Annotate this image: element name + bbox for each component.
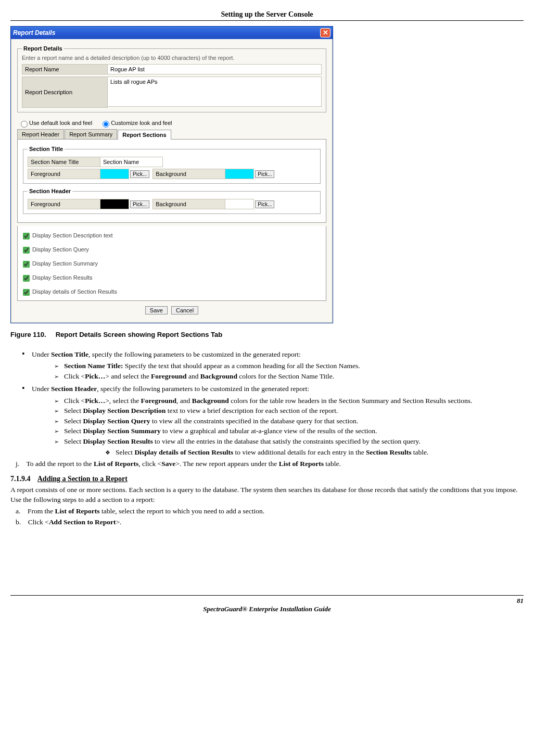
page-footer: 81 SpectraGuard® Enterprise Installation… xyxy=(10,595,524,613)
arrow-display-results: Select Display Section Results to view a… xyxy=(66,436,524,458)
sh-background-swatch xyxy=(225,199,254,209)
chk-section-summary[interactable]: Display Section Summary xyxy=(20,257,324,271)
bullet-section-title: Under Section Title, specify the followi… xyxy=(31,348,524,381)
sh-bg-pick-button[interactable]: Pick... xyxy=(255,200,274,208)
section-name-title-label: Section Name Title xyxy=(28,157,100,167)
figure-caption: Figure 110. Report Details Screen showin… xyxy=(10,331,524,338)
radio-custom[interactable]: Customize look and feel xyxy=(100,120,172,126)
sh-foreground-swatch xyxy=(100,199,129,209)
step-b: b. Click <Add Section to Report>. xyxy=(22,517,524,527)
sh-foreground-label: Foreground xyxy=(28,199,100,209)
cancel-button[interactable]: Cancel xyxy=(171,306,198,314)
st-background-label: Background xyxy=(152,169,225,179)
tab-content: Section Title Section Name Title Section… xyxy=(17,140,326,223)
sh-fg-pick-button[interactable]: Pick... xyxy=(130,200,149,208)
step-j: j. To add the report to the List of Repo… xyxy=(22,459,524,469)
arrow-display-query: Select Display Section Query to view all… xyxy=(66,416,524,426)
st-foreground-swatch xyxy=(100,169,129,179)
st-fg-pick-button[interactable]: Pick... xyxy=(130,170,149,178)
page-header: Setting up the Server Console xyxy=(10,10,524,21)
report-desc-label: Report Description xyxy=(22,77,108,108)
body-text: Under Section Title, specify the followi… xyxy=(10,348,524,527)
tab-report-summary[interactable]: Report Summary xyxy=(65,129,117,139)
chk-section-query[interactable]: Display Section Query xyxy=(20,243,324,257)
page-number: 81 xyxy=(10,597,524,605)
radio-default[interactable]: Use default look and feel xyxy=(18,120,92,126)
st-bg-pick-button[interactable]: Pick... xyxy=(255,170,274,178)
step-a: a. From the List of Reports table, selec… xyxy=(22,506,524,516)
hint-text: Enter a report name and a detailed descr… xyxy=(22,55,322,61)
report-desc-input[interactable]: Lists all rogue APs xyxy=(108,77,322,107)
report-name-label: Report Name xyxy=(22,64,108,74)
chk-desc-text[interactable]: Display Section Description text xyxy=(20,229,324,243)
sh-background-label: Background xyxy=(152,199,225,209)
close-icon[interactable]: ✕ xyxy=(320,28,330,37)
section-intro: A report consists of one or more section… xyxy=(10,485,524,505)
bullet-section-header: Under Section Header, specify the follow… xyxy=(31,382,524,458)
tab-report-header[interactable]: Report Header xyxy=(17,129,64,139)
group-legend: Report Details xyxy=(22,45,64,52)
arrow-pick-title-colors: Click <Pick…> and select the Foreground … xyxy=(66,371,524,382)
arrow-display-desc: Select Display Section Description text … xyxy=(66,406,524,416)
st-background-swatch xyxy=(225,169,254,179)
titlebar: Report Details ✕ xyxy=(11,27,333,39)
section-name-title-input[interactable]: Section Name xyxy=(100,157,163,167)
report-name-input[interactable]: Rogue AP list xyxy=(108,64,322,74)
section-title-legend: Section Title xyxy=(28,146,65,152)
st-foreground-label: Foreground xyxy=(28,169,100,179)
section-title-group: Section Title Section Name Title Section… xyxy=(23,146,321,184)
section-heading: 7.1.9.4 Adding a Section to a Report xyxy=(10,474,524,484)
tab-report-sections[interactable]: Report Sections xyxy=(118,130,171,140)
checkbox-list: Display Section Description text Display… xyxy=(17,226,326,301)
save-button[interactable]: Save xyxy=(145,306,168,314)
arrow-section-name-title: Section Name Title: Specify the text tha… xyxy=(66,361,524,371)
look-feel-radio-row: Use default look and feel Customize look… xyxy=(16,117,327,129)
arrow-display-summary: Select Display Section Summary to view a… xyxy=(66,426,524,436)
dialog-buttons: Save Cancel xyxy=(16,301,327,318)
guide-title: SpectraGuard® Enterprise Installation Gu… xyxy=(10,605,524,613)
diamond-display-details: Select Display details of Section Result… xyxy=(117,447,524,458)
tabs: Report Header Report Summary Report Sect… xyxy=(17,129,326,140)
arrow-pick-header-colors: Click <Pick…>, select the Foreground, an… xyxy=(66,396,524,406)
report-details-dialog: Report Details ✕ Report Details Enter a … xyxy=(10,26,333,323)
chk-details-results[interactable]: Display details of Section Results xyxy=(20,285,324,299)
dialog-title: Report Details xyxy=(13,29,55,36)
section-header-legend: Section Header xyxy=(28,188,72,194)
chk-section-results[interactable]: Display Section Results xyxy=(20,271,324,285)
section-header-group: Section Header Foreground Pick... Backgr… xyxy=(23,188,321,214)
report-details-group: Report Details Enter a report name and a… xyxy=(17,45,326,112)
